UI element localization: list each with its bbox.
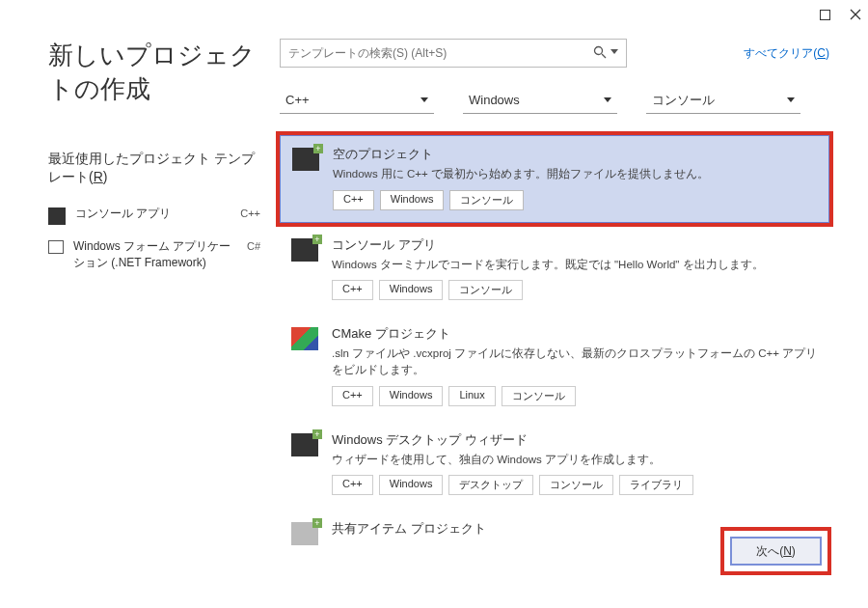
template-item-cmake[interactable]: CMake プロジェクト .sln ファイルや .vcxproj ファイルに依存…	[280, 316, 829, 417]
template-name: Windows デスクトップ ウィザード	[332, 431, 818, 449]
template-tag: C++	[333, 190, 374, 210]
template-name: CMake プロジェクト	[332, 325, 818, 343]
search-icon[interactable]	[593, 45, 607, 62]
chevron-down-icon	[420, 97, 428, 102]
maximize-icon[interactable]	[818, 8, 831, 21]
template-tag: Windows	[379, 386, 444, 406]
recent-item-label: Windows フォーム アプリケーション (.NET Framework)	[73, 238, 237, 271]
wizard-icon: +	[291, 433, 318, 456]
template-tag: コンソール	[448, 280, 523, 300]
svg-rect-0	[820, 10, 829, 19]
recent-item-label: コンソール アプリ	[75, 206, 231, 222]
filter-label: C++	[285, 93, 310, 107]
form-icon	[48, 240, 64, 254]
filter-type[interactable]: コンソール	[646, 87, 800, 114]
right-panel: すべてクリア(C) C++ Windows コンソール + 空のプロジェクト W…	[280, 39, 829, 557]
filter-label: コンソール	[652, 92, 715, 109]
clear-all-link[interactable]: すべてクリア(C)	[744, 45, 829, 62]
template-desc: Windows 用に C++ で最初から始めます。開始ファイルを提供しません。	[333, 166, 817, 182]
recent-item[interactable]: コンソール アプリ C++	[48, 206, 260, 225]
chevron-down-icon	[787, 97, 795, 102]
template-tag: C++	[332, 280, 373, 300]
template-tag: コンソール	[539, 475, 613, 495]
template-tag: デスクトップ	[448, 475, 533, 495]
recent-heading: 最近使用したプロジェクト テンプレート(R)	[48, 150, 260, 186]
svg-point-3	[595, 46, 603, 54]
filter-label: Windows	[469, 93, 520, 107]
template-tag: ライブラリ	[619, 475, 693, 495]
recent-item[interactable]: Windows フォーム アプリケーション (.NET Framework) C…	[48, 238, 260, 271]
filter-platform[interactable]: Windows	[463, 87, 617, 114]
next-button-highlight: 次へ(N)	[724, 531, 827, 571]
search-box[interactable]	[280, 39, 627, 68]
empty-project-icon: +	[292, 148, 319, 171]
template-tag: Windows	[380, 190, 445, 210]
console-icon	[48, 207, 66, 225]
template-desc: ウィザードを使用して、独自の Windows アプリを作成します。	[332, 452, 818, 468]
filter-language[interactable]: C++	[280, 87, 434, 114]
template-tag: コンソール	[502, 386, 576, 406]
template-tag: C++	[332, 386, 373, 406]
template-desc: .sln ファイルや .vcxproj ファイルに依存しない、最新のクロスプラッ…	[332, 345, 818, 377]
template-tag: Linux	[448, 386, 495, 406]
cmake-icon	[291, 327, 318, 350]
window-titlebar	[0, 0, 868, 29]
shared-items-icon: +	[291, 522, 318, 545]
template-item-desktop-wizard[interactable]: + Windows デスクトップ ウィザード ウィザードを使用して、独自の Wi…	[280, 422, 829, 508]
recent-item-lang: C#	[247, 238, 260, 252]
template-tag: コンソール	[449, 190, 524, 210]
left-panel: 新しいプロジェクトの作成 最近使用したプロジェクト テンプレート(R) コンソー…	[48, 39, 280, 557]
template-name: コンソール アプリ	[332, 236, 818, 254]
dialog-title: 新しいプロジェクトの作成	[48, 39, 260, 106]
search-dropdown-icon[interactable]	[610, 49, 618, 57]
template-name: 空のプロジェクト	[333, 146, 817, 163]
template-tag: Windows	[379, 280, 444, 300]
template-desc: Windows ターミナルでコードを実行します。既定では "Hello Worl…	[332, 257, 818, 273]
template-tag: Windows	[379, 475, 444, 495]
search-input[interactable]	[288, 46, 593, 60]
recent-item-lang: C++	[240, 206, 260, 219]
template-item-empty[interactable]: + 空のプロジェクト Windows 用に C++ で最初から始めます。開始ファ…	[280, 135, 829, 223]
next-button[interactable]: 次へ(N)	[730, 537, 822, 566]
svg-line-4	[602, 54, 606, 58]
template-item-console[interactable]: + コンソール アプリ Windows ターミナルでコードを実行します。既定では…	[280, 227, 829, 313]
template-tag: C++	[332, 475, 373, 495]
console-icon: +	[291, 238, 318, 262]
close-icon[interactable]	[849, 8, 862, 21]
chevron-down-icon	[604, 97, 611, 102]
